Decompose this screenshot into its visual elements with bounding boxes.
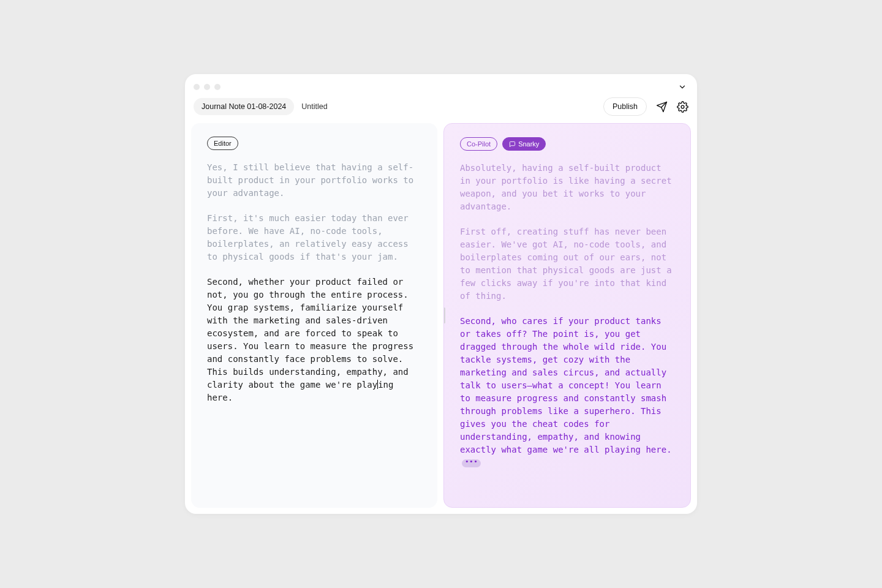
svg-point-2 [681,105,684,108]
editor-paragraph-3: Second, whether your product failed or n… [207,276,421,404]
header-tabs: Journal Note 01-08-2024 Untitled [194,98,328,115]
send-icon [656,101,668,113]
tone-badge-label: Snarky [518,140,539,148]
editor-paragraph-2: First, it's much easier today than ever … [207,212,421,263]
continue-indicator[interactable]: ••• [462,459,481,467]
copilot-paragraph-1: Absolutely, having a self-built product … [460,162,674,213]
copilot-content: Absolutely, having a self-built product … [460,162,674,469]
traffic-light-minimize[interactable] [204,84,210,90]
send-button[interactable] [655,100,668,113]
traffic-lights [194,84,221,90]
header-actions: Publish [603,97,688,116]
copilot-paragraph-3: Second, who cares if your product tanks … [460,315,674,469]
app-window: Journal Note 01-08-2024 Untitled Publish… [185,74,697,514]
panes-container: Editor Yes, I still believe that having … [185,123,697,514]
copilot-pane-header: Co-Pilot Snarky [460,137,674,151]
titlebar [185,74,697,91]
header: Journal Note 01-08-2024 Untitled Publish [185,91,697,123]
copilot-paragraph-2: First off, creating stuff has never been… [460,225,674,303]
settings-button[interactable] [676,100,688,113]
editor-pane-header: Editor [207,137,421,150]
publish-button[interactable]: Publish [603,97,647,116]
tab-journal-note[interactable]: Journal Note 01-08-2024 [194,98,294,115]
editor-pane: Editor Yes, I still believe that having … [191,123,437,508]
traffic-light-zoom[interactable] [214,84,221,90]
copilot-badge: Co-Pilot [460,137,497,151]
gear-icon [677,101,688,113]
copilot-pane: Co-Pilot Snarky Absolutely, having a sel… [443,123,691,508]
chat-icon [509,141,516,148]
tone-badge[interactable]: Snarky [502,137,546,151]
editor-paragraph-1: Yes, I still believe that having a self-… [207,161,421,200]
chevron-down-icon [678,83,687,91]
tab-untitled[interactable]: Untitled [301,102,327,111]
pane-resize-handle[interactable] [443,307,445,323]
traffic-light-close[interactable] [194,84,200,90]
editor-badge: Editor [207,137,238,150]
editor-content[interactable]: Yes, I still believe that having a self-… [207,161,421,404]
